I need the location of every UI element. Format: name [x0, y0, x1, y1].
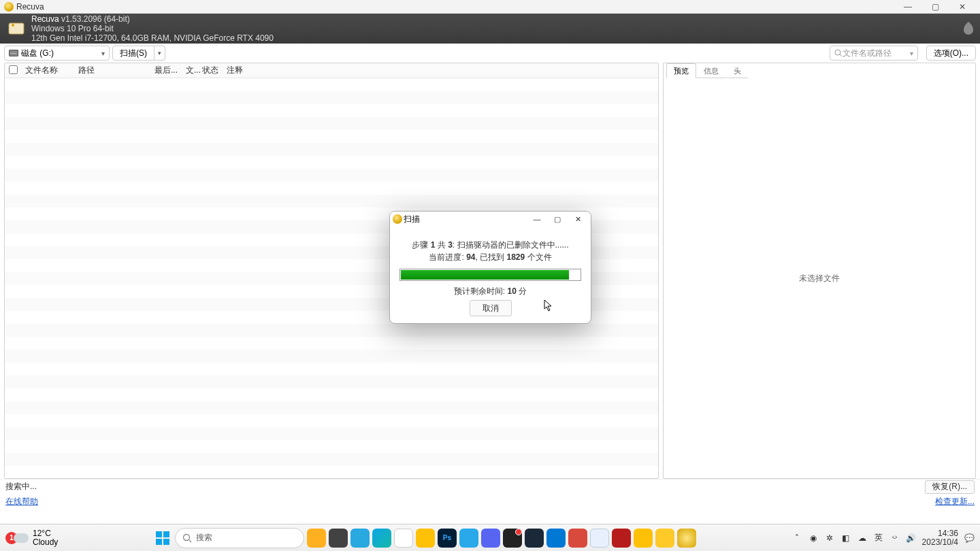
- svg-point-4: [183, 534, 189, 540]
- app-telegram[interactable]: [459, 529, 478, 548]
- tray-wifi-icon[interactable]: ⌔: [889, 533, 900, 543]
- status-bar: 搜索中... 恢复(R)...: [0, 479, 980, 494]
- col-path[interactable]: 路径: [74, 65, 150, 76]
- filter-placeholder: 文件名或路径: [843, 48, 892, 59]
- start-button[interactable]: [153, 529, 172, 548]
- dialog-icon: [393, 214, 402, 224]
- app-recuva[interactable]: [677, 529, 696, 548]
- col-state[interactable]: 状态: [198, 65, 223, 76]
- tab-info[interactable]: 信息: [696, 63, 726, 78]
- window-minimize-button[interactable]: —: [894, 0, 921, 14]
- drive-label: 磁盘 (G:): [21, 48, 54, 59]
- tray-onedrive-icon[interactable]: ☁: [857, 533, 868, 543]
- taskbar[interactable]: 1 12°C Cloudy 搜索 Ps ˄ ◉ ✲ ◧ ☁ 英 ⌔ 🔊 14:3…: [0, 524, 980, 551]
- app-mail[interactable]: [416, 529, 435, 548]
- chevron-down-icon: ▾: [910, 50, 913, 57]
- tray-notifications-icon[interactable]: 💬: [964, 533, 975, 543]
- col-size[interactable]: 文...: [182, 65, 198, 76]
- app-todo[interactable]: [612, 529, 631, 548]
- weather-cond: Cloudy: [33, 538, 58, 547]
- online-help-link[interactable]: 在线帮助: [5, 496, 38, 507]
- app-edge[interactable]: [372, 529, 391, 548]
- col-last[interactable]: 最后...: [150, 65, 182, 76]
- col-name[interactable]: 文件名称: [21, 65, 74, 76]
- app-discord[interactable]: [481, 529, 500, 548]
- taskbar-search[interactable]: 搜索: [175, 528, 304, 548]
- progress-bar-fill: [401, 270, 569, 280]
- window-close-button[interactable]: ✕: [949, 0, 976, 14]
- scan-dropdown-button[interactable]: ▾: [154, 46, 165, 61]
- app-vsc[interactable]: [546, 529, 566, 548]
- app-explorer[interactable]: [655, 529, 674, 548]
- dialog-eta-line: 预计剩余时间: 10 分: [399, 285, 581, 297]
- dialog-progress-line: 当前进度: 94, 已找到 1829 个文件: [399, 251, 581, 263]
- app-copilot[interactable]: [307, 529, 326, 548]
- app-chrome[interactable]: [394, 529, 413, 548]
- drive-select[interactable]: 磁盘 (G:) ▾: [4, 46, 110, 61]
- toolbar: 磁盘 (G:) ▾ 扫描(S) ▾ 文件名或路径 ▾ 选项(O)...: [0, 44, 980, 63]
- app-ps[interactable]: Ps: [438, 529, 457, 548]
- window-maximize-button[interactable]: ▢: [921, 0, 949, 14]
- status-text: 搜索中...: [5, 481, 37, 492]
- app-snip[interactable]: [568, 529, 587, 548]
- chevron-down-icon: ▾: [101, 50, 105, 57]
- disk-icon: [9, 50, 18, 56]
- recover-button[interactable]: 恢复(R)...: [925, 480, 975, 494]
- version-label: v1.53.2096 (64-bit): [61, 14, 130, 24]
- tray-chevron-icon[interactable]: ˄: [791, 533, 802, 543]
- hw-label: 12th Gen Intel i7-12700, 64.0GB RAM, NVI…: [31, 33, 274, 43]
- tray-sync-icon[interactable]: ◉: [808, 533, 819, 543]
- dialog-titlebar: 扫描 — ▢ ✕: [390, 212, 591, 227]
- tray-ime-label[interactable]: 英: [873, 532, 884, 544]
- weather-temp: 12°C: [33, 529, 58, 538]
- tab-preview[interactable]: 预览: [666, 63, 696, 78]
- tray-volume-icon[interactable]: 🔊: [906, 533, 917, 543]
- app-chat[interactable]: [350, 529, 370, 548]
- brand-label: Recuva: [31, 14, 59, 24]
- taskbar-search-placeholder: 搜索: [196, 532, 212, 544]
- scan-dialog: 扫描 — ▢ ✕ 步骤 1 共 3: 扫描驱动器的已删除文件中...... 当前…: [389, 211, 591, 324]
- dialog-cancel-button[interactable]: 取消: [470, 300, 512, 316]
- tray-security-icon[interactable]: ◧: [840, 533, 851, 543]
- dialog-minimize-button[interactable]: —: [527, 212, 547, 226]
- preview-tabs: 预览 信息 头: [664, 63, 975, 78]
- scan-button[interactable]: 扫描(S): [112, 46, 154, 61]
- app-calendar[interactable]: [590, 529, 609, 548]
- app-steam[interactable]: [525, 529, 544, 548]
- cloud-icon: [14, 533, 29, 543]
- bottom-links: 在线帮助 检查更新...: [0, 494, 980, 509]
- app-notes[interactable]: [634, 529, 653, 548]
- svg-point-2: [835, 50, 840, 55]
- dialog-step-line: 步骤 1 共 3: 扫描驱动器的已删除文件中......: [399, 239, 581, 251]
- dialog-title: 扫描: [404, 214, 420, 225]
- taskbar-weather[interactable]: 1 12°C Cloudy: [5, 529, 58, 547]
- tray-settings-icon[interactable]: ✲: [824, 533, 835, 543]
- dialog-close-button[interactable]: ✕: [568, 212, 588, 226]
- app-header: Recuva v1.53.2096 (64-bit) Windows 10 Pr…: [0, 14, 980, 44]
- tray-clock[interactable]: 14:36 2023/10/4: [922, 529, 958, 547]
- piriform-logo-icon: [962, 20, 975, 37]
- check-update-link[interactable]: 检查更新...: [935, 496, 975, 507]
- preview-body: 未选择文件: [664, 78, 975, 478]
- app-obs[interactable]: [503, 529, 522, 548]
- recuva-logo-icon: [5, 18, 27, 39]
- titlebar: Recuva — ▢ ✕: [0, 0, 980, 14]
- column-header-row: 文件名称 路径 最后... 文... 状态 注释: [5, 63, 658, 78]
- preview-panel: 预览 信息 头 未选择文件: [663, 63, 976, 479]
- dialog-maximize-button[interactable]: ▢: [547, 212, 568, 226]
- col-note[interactable]: 注释: [223, 65, 658, 76]
- tab-header[interactable]: 头: [726, 63, 749, 78]
- filter-input[interactable]: 文件名或路径 ▾: [830, 46, 918, 61]
- select-all-checkbox[interactable]: [9, 65, 21, 76]
- svg-line-5: [189, 540, 191, 542]
- tray-time: 14:36: [922, 529, 958, 538]
- system-tray[interactable]: ˄ ◉ ✲ ◧ ☁ 英 ⌔ 🔊 14:36 2023/10/4 💬: [791, 529, 975, 547]
- window-title: Recuva: [16, 2, 894, 12]
- os-label: Windows 10 Pro 64-bit: [31, 24, 274, 33]
- progress-bar: [399, 269, 581, 281]
- app-icon: [4, 2, 14, 12]
- options-button[interactable]: 选项(O)...: [926, 46, 976, 61]
- svg-rect-0: [9, 23, 24, 34]
- app-files[interactable]: [329, 529, 348, 548]
- svg-point-1: [12, 24, 14, 27]
